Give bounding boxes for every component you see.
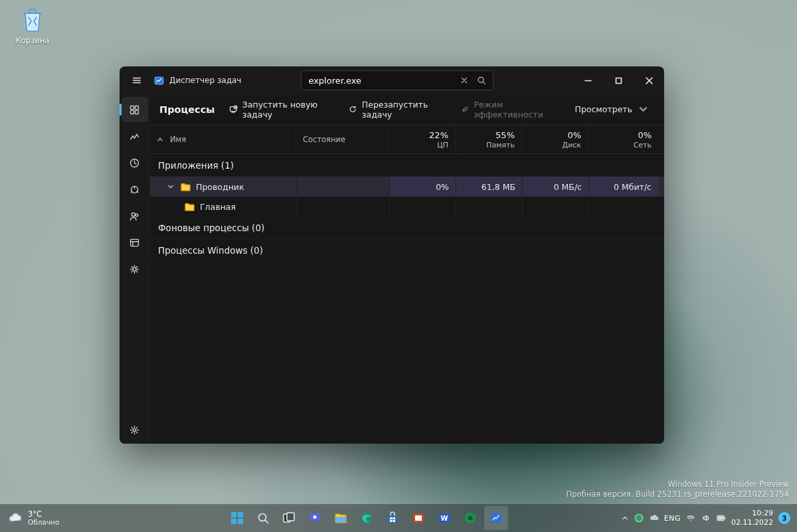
- svg-point-24: [313, 515, 317, 519]
- explorer-button[interactable]: [329, 506, 353, 530]
- svg-rect-19: [238, 519, 243, 524]
- titlebar[interactable]: Диспетчер задач: [120, 66, 664, 94]
- expand-toggle[interactable]: [166, 183, 175, 190]
- tray-overflow-button[interactable]: [621, 514, 629, 522]
- recycle-bin-icon: [19, 5, 46, 33]
- chevron-down-icon: [638, 104, 648, 114]
- svg-point-10: [135, 213, 138, 216]
- group-background[interactable]: Фоновые процессы (0): [150, 217, 664, 239]
- chevron-down-icon: [167, 183, 174, 190]
- notification-badge[interactable]: 3: [778, 512, 790, 524]
- restart-task-button[interactable]: Перезапустить задачу: [342, 99, 450, 120]
- task-view-button[interactable]: [277, 506, 301, 530]
- taskbar-clock[interactable]: 10:29 02.11.2022: [731, 509, 773, 527]
- svg-rect-6: [135, 110, 138, 114]
- row-explorer[interactable]: Проводник 0% 61,8 МБ 0 МБ/с 0 Мбит/с: [150, 177, 664, 197]
- svg-point-39: [635, 515, 642, 522]
- desktop: Корзина Windows 11 Pro Insider Preview П…: [0, 0, 797, 532]
- task-manager-taskbar[interactable]: [484, 506, 508, 530]
- group-apps[interactable]: Приложения (1): [150, 154, 664, 177]
- onedrive-icon[interactable]: [650, 513, 659, 523]
- folder-icon: [185, 203, 195, 211]
- col-name[interactable]: Имя: [150, 126, 296, 153]
- taskbar-weather[interactable]: 3°C Облачно: [0, 510, 113, 526]
- svg-point-37: [468, 516, 473, 521]
- svg-rect-11: [131, 239, 139, 246]
- recycle-bin-desktop-icon[interactable]: Корзина: [10, 5, 55, 45]
- nav-app-history[interactable]: [122, 150, 148, 175]
- table-header: Имя Состояние 22%ЦП 55%Память 0%Диск 0%С…: [150, 125, 664, 154]
- tray-icon-1[interactable]: [634, 513, 644, 523]
- toolbar: Процессы Запустить новую задачу Перезапу…: [150, 94, 664, 125]
- svg-rect-16: [231, 512, 236, 517]
- svg-rect-25: [335, 517, 346, 523]
- task-manager-window: Диспетчер задач: [120, 66, 664, 444]
- col-network[interactable]: 0%Сеть: [588, 126, 658, 153]
- search-clear-button[interactable]: [456, 72, 473, 89]
- restart-icon: [349, 104, 357, 114]
- start-button[interactable]: [225, 506, 249, 530]
- sort-asc-icon: [157, 136, 163, 143]
- app-title: Диспетчер задач: [154, 76, 241, 86]
- search-box[interactable]: [301, 70, 493, 90]
- battery-icon: [717, 513, 726, 523]
- nav-settings[interactable]: [122, 417, 148, 442]
- row-explorer-child[interactable]: Главная: [150, 197, 664, 217]
- run-new-task-button[interactable]: Запустить новую задачу: [222, 99, 338, 120]
- svg-rect-18: [231, 519, 236, 524]
- nav-services[interactable]: [122, 256, 148, 282]
- svg-rect-30: [390, 520, 393, 522]
- svg-rect-4: [135, 106, 138, 109]
- run-icon: [229, 104, 237, 114]
- svg-point-1: [479, 77, 484, 82]
- svg-point-12: [133, 267, 136, 270]
- view-button[interactable]: Просмотреть: [569, 99, 656, 120]
- edge-button[interactable]: [355, 506, 379, 530]
- taskbar: 3°C Облачно W ENG: [0, 504, 797, 532]
- svg-rect-27: [388, 515, 397, 523]
- system-tray[interactable]: [634, 513, 659, 523]
- svg-point-13: [133, 428, 135, 431]
- col-status[interactable]: Состояние: [296, 126, 389, 153]
- col-cpu[interactable]: 22%ЦП: [389, 126, 456, 153]
- svg-rect-17: [238, 512, 243, 517]
- chat-button[interactable]: [303, 506, 327, 530]
- svg-rect-33: [415, 515, 422, 521]
- taskbar-search[interactable]: [251, 506, 275, 530]
- svg-rect-28: [390, 517, 393, 519]
- col-memory[interactable]: 55%Память: [456, 126, 522, 153]
- content-area: Процессы Запустить новую задачу Перезапу…: [150, 94, 664, 444]
- svg-point-20: [259, 514, 266, 521]
- left-nav: [120, 94, 150, 444]
- taskbar-center: W: [113, 506, 621, 530]
- svg-rect-3: [131, 106, 134, 109]
- pinned-app-2[interactable]: [458, 506, 482, 530]
- search-submit-button[interactable]: [473, 72, 490, 89]
- volume-icon: [701, 513, 711, 523]
- build-watermark: Windows 11 Pro Insider Preview Пробная в…: [567, 480, 789, 500]
- weather-icon: [8, 511, 23, 525]
- nav-details[interactable]: [122, 230, 148, 255]
- store-button[interactable]: [381, 506, 404, 530]
- minimize-button[interactable]: [573, 66, 603, 94]
- pinned-app-1[interactable]: [406, 506, 430, 530]
- search-input[interactable]: [308, 76, 456, 86]
- group-windows[interactable]: Процессы Windows (0): [150, 239, 664, 262]
- nav-performance[interactable]: [122, 124, 148, 149]
- close-button[interactable]: [634, 66, 664, 94]
- nav-users[interactable]: [122, 203, 148, 228]
- task-manager-icon: [154, 76, 164, 86]
- ime-indicator[interactable]: ENG: [664, 514, 681, 523]
- svg-point-9: [132, 213, 135, 216]
- col-disk[interactable]: 0%Диск: [522, 126, 588, 153]
- wifi-icon: [686, 513, 695, 523]
- quick-settings[interactable]: [686, 513, 726, 523]
- maximize-button[interactable]: [603, 66, 634, 94]
- word-button[interactable]: W: [432, 506, 456, 530]
- svg-rect-41: [718, 517, 723, 520]
- nav-startup[interactable]: [122, 177, 148, 202]
- hamburger-button[interactable]: [125, 68, 149, 92]
- nav-processes[interactable]: [122, 97, 148, 122]
- folder-icon: [181, 183, 191, 191]
- leaf-icon: [461, 104, 469, 114]
